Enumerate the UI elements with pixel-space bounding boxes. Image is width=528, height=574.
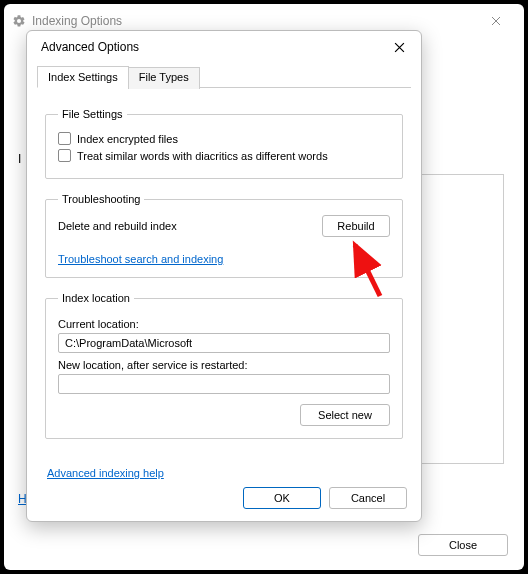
rebuild-label: Rebuild (337, 220, 374, 232)
tab-label: Index Settings (48, 71, 118, 83)
rebuild-button[interactable]: Rebuild (322, 215, 390, 237)
delete-rebuild-label: Delete and rebuild index (58, 220, 177, 232)
index-encrypted-checkbox[interactable] (58, 132, 71, 145)
tab-file-types[interactable]: File Types (128, 67, 200, 89)
file-settings-group: File Settings Index encrypted files Trea… (45, 108, 403, 179)
troubleshooting-legend: Troubleshooting (58, 193, 144, 205)
ok-button[interactable]: OK (243, 487, 321, 509)
outer-close-footer-button[interactable]: Close (418, 534, 508, 556)
file-settings-legend: File Settings (58, 108, 127, 120)
inner-close-button[interactable] (387, 35, 411, 59)
inner-titlebar: Advanced Options (27, 31, 421, 63)
index-location-group: Index location Current location: C:\Prog… (45, 292, 403, 439)
index-encrypted-label: Index encrypted files (77, 133, 178, 145)
current-location-field[interactable]: C:\ProgramData\Microsoft (58, 333, 390, 353)
troubleshoot-link-label: Troubleshoot search and indexing (58, 253, 223, 265)
outer-partial-text: I (18, 152, 21, 166)
advanced-indexing-help-link[interactable]: Advanced indexing help (47, 467, 164, 479)
close-icon (491, 16, 501, 26)
new-location-field[interactable] (58, 374, 390, 394)
help-link-label: Advanced indexing help (47, 467, 164, 479)
index-encrypted-row[interactable]: Index encrypted files (58, 132, 390, 145)
cancel-button[interactable]: Cancel (329, 487, 407, 509)
cancel-label: Cancel (351, 492, 385, 504)
troubleshoot-link[interactable]: Troubleshoot search and indexing (58, 253, 223, 265)
select-new-button[interactable]: Select new (300, 404, 390, 426)
inner-footer: OK Cancel (243, 487, 407, 509)
close-icon (394, 42, 405, 53)
current-location-value: C:\ProgramData\Microsoft (65, 337, 192, 349)
new-location-label: New location, after service is restarted… (58, 359, 390, 371)
select-new-label: Select new (318, 409, 372, 421)
tab-label: File Types (139, 71, 189, 83)
outer-close-button[interactable] (476, 7, 516, 35)
tab-content: File Settings Index encrypted files Trea… (27, 88, 421, 439)
tab-strip: Index Settings File Types (37, 65, 411, 88)
ok-label: OK (274, 492, 290, 504)
current-location-label: Current location: (58, 318, 390, 330)
diacritics-label: Treat similar words with diacritics as d… (77, 150, 328, 162)
close-label: Close (449, 539, 477, 551)
troubleshooting-group: Troubleshooting Delete and rebuild index… (45, 193, 403, 278)
diacritics-checkbox[interactable] (58, 149, 71, 162)
gear-icon (12, 14, 26, 28)
tab-index-settings[interactable]: Index Settings (37, 66, 129, 88)
index-location-legend: Index location (58, 292, 134, 304)
advanced-options-dialog: Advanced Options Index Settings File Typ… (26, 30, 422, 522)
inner-title: Advanced Options (41, 40, 139, 54)
diacritics-row[interactable]: Treat similar words with diacritics as d… (58, 149, 390, 162)
outer-title: Indexing Options (32, 14, 122, 28)
